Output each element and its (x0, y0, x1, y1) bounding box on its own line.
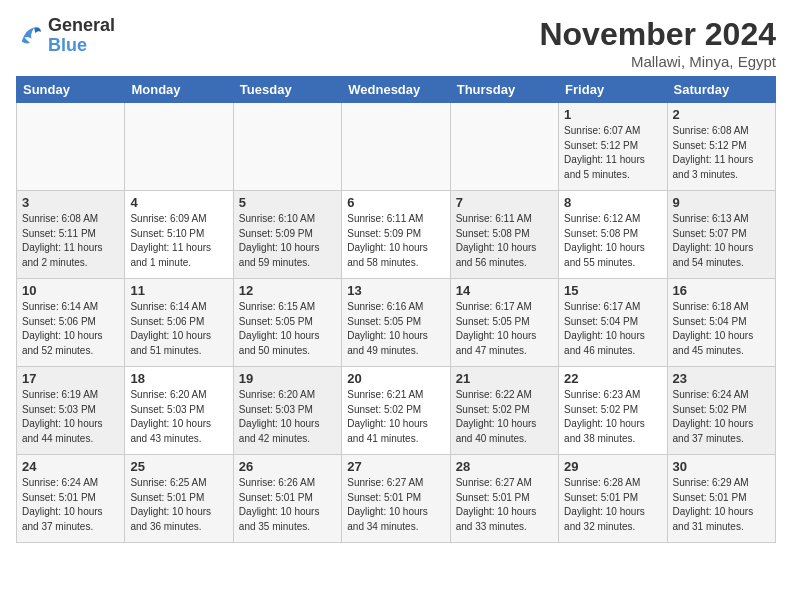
day-info: Sunrise: 6:27 AMSunset: 5:01 PMDaylight:… (347, 476, 444, 534)
day-info: Sunrise: 6:11 AMSunset: 5:08 PMDaylight:… (456, 212, 553, 270)
day-info: Sunrise: 6:19 AMSunset: 5:03 PMDaylight:… (22, 388, 119, 446)
calendar-table: SundayMondayTuesdayWednesdayThursdayFrid… (16, 76, 776, 543)
day-number: 25 (130, 459, 227, 474)
calendar-title: November 2024 (539, 16, 776, 53)
day-cell: 27Sunrise: 6:27 AMSunset: 5:01 PMDayligh… (342, 455, 450, 543)
day-cell: 30Sunrise: 6:29 AMSunset: 5:01 PMDayligh… (667, 455, 775, 543)
day-cell: 29Sunrise: 6:28 AMSunset: 5:01 PMDayligh… (559, 455, 667, 543)
day-info: Sunrise: 6:11 AMSunset: 5:09 PMDaylight:… (347, 212, 444, 270)
day-number: 12 (239, 283, 336, 298)
day-number: 7 (456, 195, 553, 210)
day-number: 4 (130, 195, 227, 210)
day-number: 22 (564, 371, 661, 386)
day-cell: 14Sunrise: 6:17 AMSunset: 5:05 PMDayligh… (450, 279, 558, 367)
day-number: 8 (564, 195, 661, 210)
day-cell: 7Sunrise: 6:11 AMSunset: 5:08 PMDaylight… (450, 191, 558, 279)
logo-text-line1: General (48, 16, 115, 36)
day-number: 20 (347, 371, 444, 386)
day-cell: 4Sunrise: 6:09 AMSunset: 5:10 PMDaylight… (125, 191, 233, 279)
day-info: Sunrise: 6:16 AMSunset: 5:05 PMDaylight:… (347, 300, 444, 358)
week-row-3: 10Sunrise: 6:14 AMSunset: 5:06 PMDayligh… (17, 279, 776, 367)
day-cell: 6Sunrise: 6:11 AMSunset: 5:09 PMDaylight… (342, 191, 450, 279)
day-number: 16 (673, 283, 770, 298)
logo-text-line2: Blue (48, 36, 115, 56)
day-cell: 8Sunrise: 6:12 AMSunset: 5:08 PMDaylight… (559, 191, 667, 279)
day-info: Sunrise: 6:21 AMSunset: 5:02 PMDaylight:… (347, 388, 444, 446)
day-cell: 24Sunrise: 6:24 AMSunset: 5:01 PMDayligh… (17, 455, 125, 543)
day-cell: 28Sunrise: 6:27 AMSunset: 5:01 PMDayligh… (450, 455, 558, 543)
day-info: Sunrise: 6:14 AMSunset: 5:06 PMDaylight:… (22, 300, 119, 358)
day-cell (450, 103, 558, 191)
header-day-sunday: Sunday (17, 77, 125, 103)
calendar-header: SundayMondayTuesdayWednesdayThursdayFrid… (17, 77, 776, 103)
day-number: 9 (673, 195, 770, 210)
day-cell: 20Sunrise: 6:21 AMSunset: 5:02 PMDayligh… (342, 367, 450, 455)
day-cell (342, 103, 450, 191)
day-info: Sunrise: 6:12 AMSunset: 5:08 PMDaylight:… (564, 212, 661, 270)
day-info: Sunrise: 6:22 AMSunset: 5:02 PMDaylight:… (456, 388, 553, 446)
day-cell (125, 103, 233, 191)
day-number: 26 (239, 459, 336, 474)
day-number: 5 (239, 195, 336, 210)
day-number: 17 (22, 371, 119, 386)
day-number: 10 (22, 283, 119, 298)
day-cell: 26Sunrise: 6:26 AMSunset: 5:01 PMDayligh… (233, 455, 341, 543)
day-number: 3 (22, 195, 119, 210)
day-cell: 15Sunrise: 6:17 AMSunset: 5:04 PMDayligh… (559, 279, 667, 367)
day-cell: 18Sunrise: 6:20 AMSunset: 5:03 PMDayligh… (125, 367, 233, 455)
day-info: Sunrise: 6:15 AMSunset: 5:05 PMDaylight:… (239, 300, 336, 358)
day-info: Sunrise: 6:24 AMSunset: 5:02 PMDaylight:… (673, 388, 770, 446)
day-cell: 3Sunrise: 6:08 AMSunset: 5:11 PMDaylight… (17, 191, 125, 279)
calendar-body: 1Sunrise: 6:07 AMSunset: 5:12 PMDaylight… (17, 103, 776, 543)
title-area: November 2024 Mallawi, Minya, Egypt (539, 16, 776, 70)
day-cell: 5Sunrise: 6:10 AMSunset: 5:09 PMDaylight… (233, 191, 341, 279)
day-info: Sunrise: 6:08 AMSunset: 5:12 PMDaylight:… (673, 124, 770, 182)
day-cell: 22Sunrise: 6:23 AMSunset: 5:02 PMDayligh… (559, 367, 667, 455)
day-number: 14 (456, 283, 553, 298)
day-number: 30 (673, 459, 770, 474)
day-info: Sunrise: 6:17 AMSunset: 5:04 PMDaylight:… (564, 300, 661, 358)
header-day-saturday: Saturday (667, 77, 775, 103)
day-cell: 12Sunrise: 6:15 AMSunset: 5:05 PMDayligh… (233, 279, 341, 367)
day-number: 23 (673, 371, 770, 386)
day-number: 15 (564, 283, 661, 298)
day-info: Sunrise: 6:13 AMSunset: 5:07 PMDaylight:… (673, 212, 770, 270)
header-day-friday: Friday (559, 77, 667, 103)
day-info: Sunrise: 6:26 AMSunset: 5:01 PMDaylight:… (239, 476, 336, 534)
day-cell: 16Sunrise: 6:18 AMSunset: 5:04 PMDayligh… (667, 279, 775, 367)
logo: General Blue (16, 16, 115, 56)
day-cell (17, 103, 125, 191)
day-info: Sunrise: 6:27 AMSunset: 5:01 PMDaylight:… (456, 476, 553, 534)
week-row-2: 3Sunrise: 6:08 AMSunset: 5:11 PMDaylight… (17, 191, 776, 279)
day-info: Sunrise: 6:17 AMSunset: 5:05 PMDaylight:… (456, 300, 553, 358)
day-cell: 1Sunrise: 6:07 AMSunset: 5:12 PMDaylight… (559, 103, 667, 191)
day-cell: 23Sunrise: 6:24 AMSunset: 5:02 PMDayligh… (667, 367, 775, 455)
day-number: 11 (130, 283, 227, 298)
day-number: 13 (347, 283, 444, 298)
header-day-wednesday: Wednesday (342, 77, 450, 103)
day-number: 21 (456, 371, 553, 386)
day-info: Sunrise: 6:18 AMSunset: 5:04 PMDaylight:… (673, 300, 770, 358)
header: General Blue November 2024 Mallawi, Miny… (16, 16, 776, 70)
day-cell: 13Sunrise: 6:16 AMSunset: 5:05 PMDayligh… (342, 279, 450, 367)
day-number: 28 (456, 459, 553, 474)
week-row-5: 24Sunrise: 6:24 AMSunset: 5:01 PMDayligh… (17, 455, 776, 543)
day-cell: 17Sunrise: 6:19 AMSunset: 5:03 PMDayligh… (17, 367, 125, 455)
header-day-thursday: Thursday (450, 77, 558, 103)
day-cell (233, 103, 341, 191)
day-info: Sunrise: 6:10 AMSunset: 5:09 PMDaylight:… (239, 212, 336, 270)
day-number: 18 (130, 371, 227, 386)
day-info: Sunrise: 6:28 AMSunset: 5:01 PMDaylight:… (564, 476, 661, 534)
day-info: Sunrise: 6:25 AMSunset: 5:01 PMDaylight:… (130, 476, 227, 534)
day-number: 6 (347, 195, 444, 210)
day-number: 29 (564, 459, 661, 474)
week-row-1: 1Sunrise: 6:07 AMSunset: 5:12 PMDaylight… (17, 103, 776, 191)
day-number: 1 (564, 107, 661, 122)
day-info: Sunrise: 6:14 AMSunset: 5:06 PMDaylight:… (130, 300, 227, 358)
day-cell: 11Sunrise: 6:14 AMSunset: 5:06 PMDayligh… (125, 279, 233, 367)
header-row: SundayMondayTuesdayWednesdayThursdayFrid… (17, 77, 776, 103)
day-cell: 21Sunrise: 6:22 AMSunset: 5:02 PMDayligh… (450, 367, 558, 455)
day-cell: 9Sunrise: 6:13 AMSunset: 5:07 PMDaylight… (667, 191, 775, 279)
day-cell: 2Sunrise: 6:08 AMSunset: 5:12 PMDaylight… (667, 103, 775, 191)
day-info: Sunrise: 6:20 AMSunset: 5:03 PMDaylight:… (130, 388, 227, 446)
